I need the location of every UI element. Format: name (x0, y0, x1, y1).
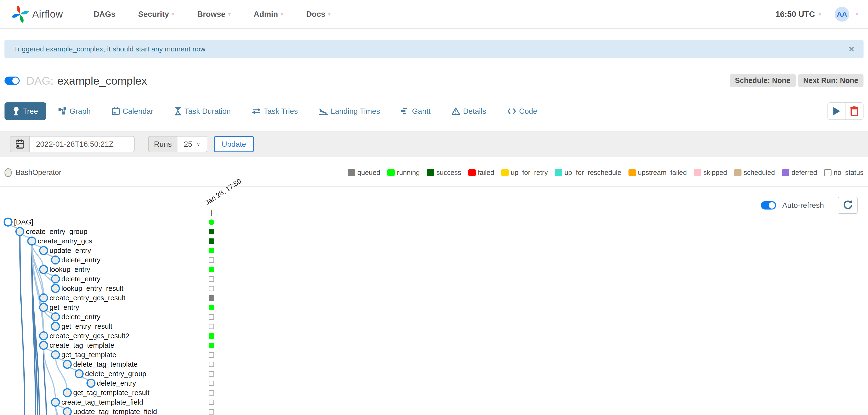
tab-code[interactable]: Code (507, 107, 537, 116)
task-status-square-success[interactable] (209, 229, 214, 234)
task-label: delete_entry (61, 313, 100, 321)
legend-state-no_status: no_status (824, 169, 864, 177)
task-status-square-running[interactable] (209, 333, 214, 339)
nav-item-label: Docs (306, 10, 326, 19)
warning-triangle-icon (452, 107, 460, 115)
nav-item-browse[interactable]: Browse▾ (197, 10, 231, 19)
task-status-square-no_status[interactable] (209, 362, 214, 367)
delete-dag-button[interactable] (845, 102, 864, 120)
task-node-delete_entry[interactable] (52, 256, 59, 264)
task-node-delete_tag_template[interactable] (63, 360, 71, 368)
tab-task-tries[interactable]: Task Tries (252, 107, 298, 116)
state-label: deferred (792, 169, 817, 177)
nav-item-security[interactable]: Security▾ (138, 10, 174, 19)
state-label: running (397, 169, 420, 177)
task-status-square-no_status[interactable] (209, 390, 214, 395)
tab-details[interactable]: Details (452, 107, 486, 116)
operator-legend-item: BashOperator (4, 168, 61, 177)
refresh-button[interactable] (838, 197, 858, 214)
caret-down-icon: ▾ (328, 10, 331, 18)
update-button[interactable]: Update (214, 136, 254, 152)
task-node-lookup_entry[interactable] (40, 266, 48, 273)
tab-graph[interactable]: Graph (59, 107, 91, 116)
task-status-square-no_status[interactable] (209, 399, 214, 405)
task-label: create_entry_gcs_result2 (50, 332, 129, 340)
dag-run-status-circle[interactable] (209, 219, 214, 225)
dag-pause-toggle[interactable] (4, 77, 20, 85)
tab-tree[interactable]: Tree (4, 102, 46, 120)
task-status-square-no_status[interactable] (209, 409, 214, 415)
task-node-update_entry[interactable] (40, 247, 48, 255)
nav-item-dags[interactable]: DAGs (94, 10, 116, 19)
task-status-square-success[interactable] (209, 238, 214, 244)
tab-task-duration[interactable]: Task Duration (175, 107, 231, 116)
task-label: get_tag_template (61, 351, 116, 359)
state-label: up_for_reschedule (564, 169, 621, 177)
task-node-DAG[interactable] (4, 218, 12, 226)
task-node-get_tag_template_result[interactable] (63, 389, 71, 397)
avatar[interactable]: AA (835, 7, 849, 22)
task-status-square-no_status[interactable] (209, 324, 214, 329)
legend-state-queued: queued (348, 169, 380, 177)
task-node-delete_entry[interactable] (87, 380, 95, 387)
dag-name: example_complex (57, 74, 147, 87)
toggle-knob (12, 78, 19, 84)
task-status-square-no_status[interactable] (209, 314, 214, 320)
legend-state-skipped: skipped (694, 169, 727, 177)
task-node-create_tag_template_field[interactable] (52, 398, 59, 406)
task-status-square-no_status[interactable] (209, 381, 214, 386)
task-status-square-running[interactable] (209, 305, 214, 310)
runs-value: 25 (184, 140, 192, 149)
task-status-square-queued[interactable] (209, 295, 214, 301)
view-tabs: Tree GraphCalendarTask DurationTask Trie… (4, 102, 864, 120)
close-icon[interactable]: × (849, 44, 854, 54)
task-status-square-no_status[interactable] (209, 276, 214, 282)
task-status-square-running[interactable] (209, 343, 214, 348)
tab-calendar[interactable]: Calendar (112, 107, 154, 116)
task-node-delete_entry[interactable] (52, 313, 59, 321)
task-node-update_tag_template_field[interactable] (63, 408, 71, 415)
task-node-delete_entry_group[interactable] (75, 370, 83, 378)
base-date-input[interactable] (30, 136, 134, 152)
tab-gantt[interactable]: Gantt (401, 107, 430, 116)
clock-text: 16:50 UTC (776, 9, 815, 19)
operator-label: BashOperator (16, 168, 61, 177)
tab-landing-times[interactable]: Landing Times (319, 107, 380, 116)
nav-item-label: Security (138, 10, 169, 19)
task-node-get_entry[interactable] (40, 304, 48, 312)
task-status-square-no_status[interactable] (209, 257, 214, 263)
task-node-get_entry_result[interactable] (52, 323, 59, 330)
task-status-square-no_status[interactable] (209, 286, 214, 291)
column-tick (211, 210, 212, 216)
task-node-delete_entry[interactable] (52, 275, 59, 283)
caret-down-icon: ▾ (171, 10, 174, 18)
airflow-brand[interactable]: Airflow (11, 5, 63, 24)
num-runs-select[interactable]: 25 ∨ (178, 136, 207, 152)
schedule-badge: Schedule: None (730, 74, 796, 87)
task-status-square-no_status[interactable] (209, 371, 214, 377)
task-status-square-no_status[interactable] (209, 352, 214, 358)
state-swatch (468, 169, 476, 176)
task-status-square-running[interactable] (209, 248, 214, 254)
caret-down-icon[interactable]: ▾ (856, 10, 859, 18)
clock-dropdown[interactable]: 16:50 UTC ▾ (776, 9, 821, 19)
auto-refresh-label: Auto-refresh (782, 201, 824, 210)
task-node-lookup_entry_result[interactable] (52, 285, 59, 293)
alert-message: Triggered example_complex, it should sta… (14, 45, 207, 53)
trigger-dag-button[interactable] (828, 102, 845, 120)
tab-label: Code (519, 107, 537, 116)
play-icon (833, 107, 840, 116)
task-node-get_tag_template[interactable] (52, 351, 59, 359)
task-node-create_entry_gcs[interactable] (28, 237, 36, 245)
nav-item-admin[interactable]: Admin▾ (254, 10, 284, 19)
nav-item-docs[interactable]: Docs▾ (306, 10, 331, 19)
code-icon (507, 108, 516, 115)
task-node-create_entry_gcs_result2[interactable] (40, 332, 48, 340)
task-node-create_entry_gcs_result[interactable] (40, 294, 48, 302)
task-status-square-running[interactable] (209, 267, 214, 272)
legend-state-upstream_failed: upstream_failed (628, 169, 687, 177)
task-node-create_tag_template[interactable] (40, 342, 48, 349)
task-node-create_entry_group[interactable] (16, 228, 24, 236)
auto-refresh-toggle[interactable] (761, 201, 776, 209)
task-label: delete_entry (61, 256, 100, 264)
